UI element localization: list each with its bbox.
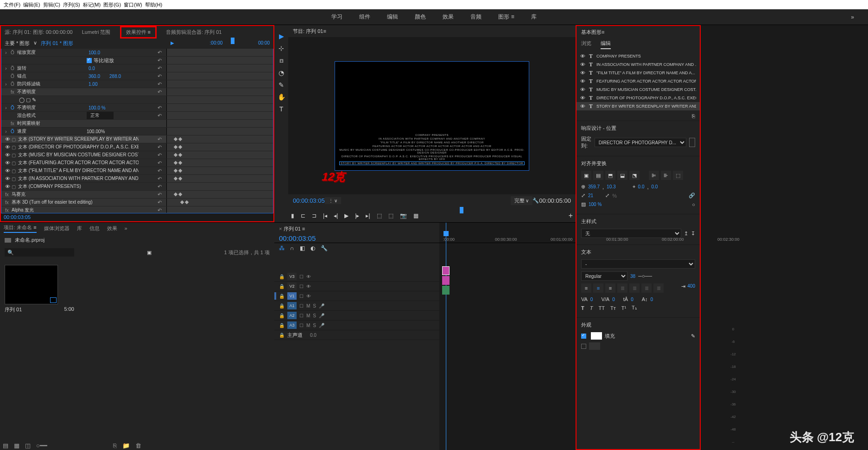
eg-layer-2[interactable]: 👁TIN ASSOCIATION WITH PARTNER COMPANY AN… xyxy=(577,60,700,69)
align-bottom-icon[interactable]: ⬔ xyxy=(629,171,640,180)
program-tab[interactable]: 节目: 序列 01 xyxy=(293,28,323,35)
tab-libraries[interactable]: 库 xyxy=(77,225,82,232)
pin-to-dropdown[interactable]: DIRECTOR OF PHOTOGRAPHY D... xyxy=(595,138,686,147)
eg-layer-4[interactable]: 👁TFEATURING ACTOR ACTOR ACTOR ACTOR ACTO… xyxy=(577,77,700,85)
ws-edit[interactable]: 编辑 xyxy=(387,13,398,21)
program-timecode[interactable]: 00:00:03:05 xyxy=(293,197,325,204)
eyedropper-icon[interactable]: ✎ xyxy=(691,333,695,339)
position-y[interactable]: 10.3 xyxy=(607,184,615,189)
ec-timeline-ruler[interactable]: ▶:00:00 00:00 xyxy=(167,38,273,47)
position-x[interactable]: 359.7 xyxy=(588,184,600,189)
eg-layer-6[interactable]: 👁TDIRECTOR OF PHOTOGRAPHY D.O.P., A.S.C.… xyxy=(577,94,700,102)
text-justify-icon[interactable]: ≣ xyxy=(617,283,627,293)
icon-view-icon[interactable]: ▦ xyxy=(14,442,19,449)
font-size[interactable]: 38 xyxy=(630,274,635,279)
new-layer-icon[interactable]: ⎘ xyxy=(692,113,695,119)
text-layer-1[interactable]: 文本 (STORY BY WRITER SCREENPLAY BY WRITER… xyxy=(18,136,139,142)
clip-v1[interactable] xyxy=(442,286,450,295)
tracking-val[interactable]: 0 xyxy=(590,297,593,302)
eg-panel-title[interactable]: 基本图形 xyxy=(581,29,602,36)
tab-project[interactable]: 项目: 未命名 ≡ xyxy=(4,224,37,233)
selected-text-layer[interactable]: STORY BY WRITER SCREENPLAY BY WRITER AND… xyxy=(339,161,525,165)
timeline-seq-name[interactable]: 序列 01 xyxy=(284,226,301,231)
visibility-icon[interactable]: 👁 xyxy=(5,136,12,142)
menu-help[interactable]: 帮助(H) xyxy=(145,1,162,8)
align-middle-icon[interactable]: ⬓ xyxy=(617,171,627,180)
text-align-left-icon[interactable]: ≡ xyxy=(581,283,591,293)
tab-info[interactable]: 信息 xyxy=(89,225,100,232)
track-v3[interactable]: 🔒V3☐👁 xyxy=(274,272,439,282)
add-marker-icon[interactable]: ▮ xyxy=(291,212,294,219)
reset-icon[interactable]: ↶ xyxy=(158,50,162,56)
step-back-icon[interactable]: ◂| xyxy=(334,212,338,219)
go-to-in-icon[interactable]: |◂ xyxy=(323,212,327,219)
fx-basic-3d[interactable]: 基本 3D (Turn off for easier text editing) xyxy=(12,199,93,206)
settings-icon[interactable]: ◐ xyxy=(310,245,315,251)
export-frame-icon[interactable]: 📷 xyxy=(400,212,407,219)
snap-icon[interactable]: ⁂ xyxy=(279,245,285,251)
new-bin-icon[interactable]: 📁 xyxy=(122,442,130,449)
distribute-icon[interactable]: ⬚ xyxy=(673,171,683,180)
new-item-icon[interactable]: ⎘ xyxy=(113,442,117,449)
anchor-y[interactable]: 0.0 xyxy=(652,184,658,189)
text-layer-5[interactable]: 文本 ("FILM TITLE" A FILM BY DIRECTOR NAME… xyxy=(18,167,139,174)
stroke-checkbox[interactable] xyxy=(581,344,586,349)
rectangle-tool-icon[interactable]: ⧈ xyxy=(279,57,284,64)
ws-color[interactable]: 颜色 xyxy=(415,13,426,21)
pull-style-icon[interactable]: ↧ xyxy=(691,231,695,237)
text-layer-3[interactable]: 文本 (MUSIC BY MUSICIAN COSTUME DESIGNER C… xyxy=(18,152,139,158)
timeline-ruler[interactable]: :00:00 00:00:30:00 00:01:00:00 00:01:30:… xyxy=(439,223,576,243)
distribute-h-icon[interactable]: ⊫ xyxy=(649,171,659,180)
text-layer-6[interactable]: 文本 (IN ASSOCIATION WITH PARTNER COMPANY … xyxy=(18,175,139,182)
ec-playhead-icon[interactable] xyxy=(231,38,234,44)
tab-source[interactable]: 源: 序列 01: 图形: 00:00:00:00 xyxy=(5,29,73,36)
fill-checkbox[interactable] xyxy=(581,334,586,339)
tab-overflow-icon[interactable]: » xyxy=(125,225,127,231)
freeform-view-icon[interactable]: ◫ xyxy=(25,442,31,449)
text-layer-4[interactable]: 文本 (FEATURING ACTOR ACTOR ACTOR ACTOR AC… xyxy=(18,160,139,166)
timeline-timecode[interactable]: 00:00:03:05 xyxy=(279,234,435,242)
distribute-v-icon[interactable]: ⊪ xyxy=(661,171,671,180)
program-viewport[interactable]: COMPANY PRESENTS IN ASSOCIATION WITH PAR… xyxy=(335,61,529,171)
track-v2[interactable]: 🔒V2☐👁 xyxy=(274,282,439,291)
resolution-dropdown[interactable]: 完整 ∨ xyxy=(511,196,533,205)
italic-icon[interactable]: T xyxy=(590,305,593,311)
hand-tool-icon[interactable]: ✋ xyxy=(278,93,285,101)
eg-edit-tab[interactable]: 编辑 xyxy=(601,40,611,49)
ellipse-tool-icon[interactable]: ◔ xyxy=(279,69,284,77)
menu-clip[interactable]: 剪辑(C) xyxy=(43,1,60,8)
track-a3[interactable]: 🔒A3☐MS🎤 xyxy=(274,321,439,330)
prop-anchor[interactable]: 锚点 xyxy=(17,73,87,79)
vertical-type-icon[interactable]: ⊹ xyxy=(279,45,284,52)
uniform-scale-checkbox[interactable] xyxy=(87,58,92,63)
zoom-dropdown[interactable]: ⋮ ∨ xyxy=(325,197,342,204)
text-layer-7[interactable]: 文本 (COMPANY PRESENTS) xyxy=(18,183,81,190)
clip-v2[interactable] xyxy=(442,276,450,285)
ws-learn[interactable]: 学习 xyxy=(331,13,342,21)
ws-audio[interactable]: 音频 xyxy=(470,13,482,21)
stroke-color-swatch[interactable] xyxy=(589,342,600,350)
ws-assembly[interactable]: 组件 xyxy=(359,13,370,21)
mark-in-icon[interactable]: ⊏ xyxy=(301,212,305,219)
fx-opacity[interactable]: 不透明度 xyxy=(17,89,87,95)
zoom-slider[interactable]: ○━━ xyxy=(36,442,47,449)
eg-layer-5[interactable]: 👁TMUSIC BY MUSICIAN COSTUME DESIGNER COS… xyxy=(577,85,700,94)
menu-file[interactable]: 文件(F) xyxy=(4,1,20,8)
eg-layer-3[interactable]: 👁T"FILM TITLE" A FILM BY DIRECTOR NAME A… xyxy=(577,69,700,77)
scrubber-playhead[interactable] xyxy=(460,207,463,213)
comparison-icon[interactable]: ▦ xyxy=(413,212,418,219)
menu-sequence[interactable]: 序列(S) xyxy=(63,1,80,8)
selection-tool-icon[interactable]: ▶ xyxy=(279,32,284,40)
list-view-icon[interactable]: ▤ xyxy=(3,442,8,449)
anchor-x[interactable]: 0.0 xyxy=(638,184,645,189)
sequence-thumbnail[interactable]: 序列 015:00 xyxy=(5,265,74,313)
text-layer-2[interactable]: 文本 (DIRECTOR OF PHOTOGRAPHY D.O.P., A.S.… xyxy=(18,144,139,150)
menu-graphics[interactable]: 图形(G) xyxy=(103,1,121,8)
menu-marker[interactable]: 标记(M) xyxy=(83,1,101,8)
bold-icon[interactable]: T xyxy=(581,305,584,311)
eg-browse-tab[interactable]: 浏览 xyxy=(581,40,591,49)
font-weight-dropdown[interactable]: Regular xyxy=(581,271,627,281)
tab-audio-mixer[interactable]: 音频剪辑混合器: 序列 01 xyxy=(166,29,222,36)
tab-lumetri[interactable]: Lumetri 范围 xyxy=(82,29,111,36)
pen-tool-icon[interactable]: ✎ xyxy=(279,81,284,89)
